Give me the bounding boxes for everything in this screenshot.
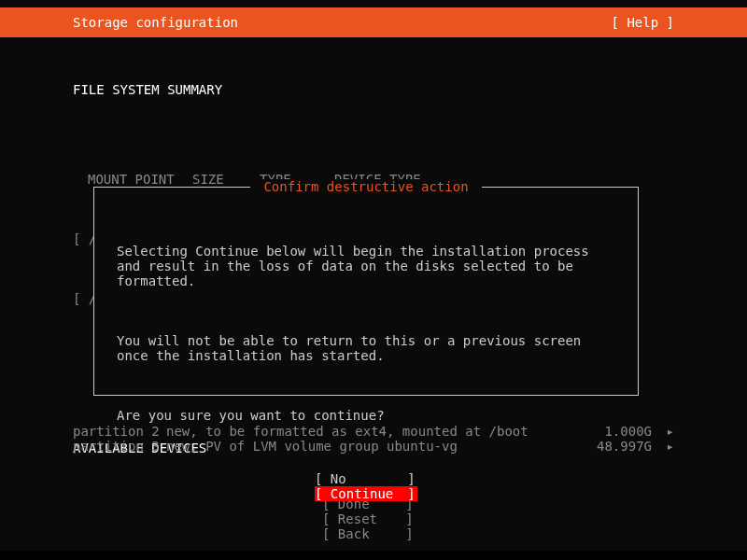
topbar: Storage configuration [ Help ] — [0, 7, 747, 37]
chevron-right-icon: ▸ — [652, 439, 674, 454]
dialog-text: Are you sure you want to continue? — [117, 408, 615, 423]
page-title: Storage configuration — [73, 15, 238, 30]
dialog-title: Confirm destructive action — [250, 179, 482, 194]
fs-summary-heading: FILE SYSTEM SUMMARY — [0, 82, 747, 97]
no-button[interactable]: [ No ] — [315, 471, 417, 486]
bottombar — [0, 551, 747, 560]
help-button[interactable]: [ Help ] — [612, 15, 674, 30]
chevron-right-icon: ▸ — [652, 424, 674, 439]
continue-button[interactable]: [ Continue ] — [315, 486, 417, 501]
installer-screen: Storage configuration [ Help ] FILE SYST… — [0, 0, 747, 560]
blank — [0, 127, 747, 142]
col-mount: MOUNT POINT — [88, 172, 192, 187]
dialog-text: You will not be able to return to this o… — [117, 333, 615, 363]
confirm-dialog: Confirm destructive action Selecting Con… — [93, 187, 639, 396]
dialog-text: Selecting Continue below will begin the … — [117, 244, 615, 288]
